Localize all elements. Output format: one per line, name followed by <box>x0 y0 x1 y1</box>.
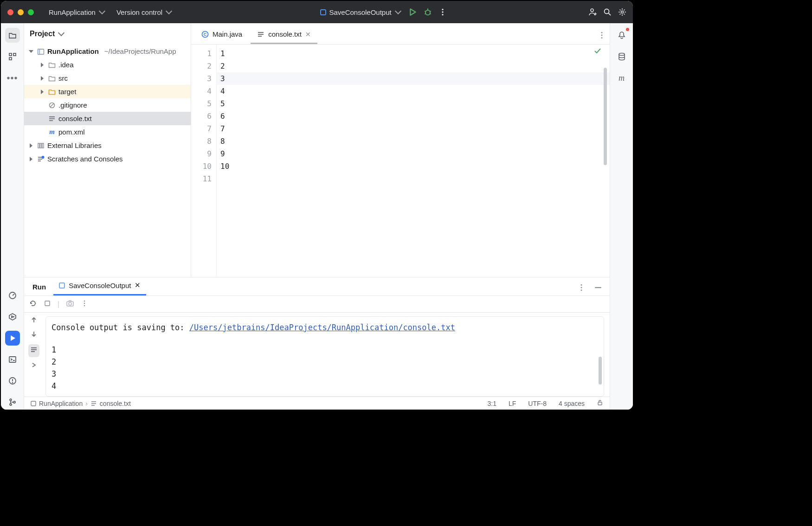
problems-tool-button[interactable] <box>5 373 20 388</box>
console-options-button[interactable] <box>81 300 88 309</box>
console-file-link[interactable]: /Users/jetbrains/IdeaProjects/RunApplica… <box>189 323 455 332</box>
database-tool-button[interactable] <box>614 49 629 64</box>
caret-position[interactable]: 3:1 <box>487 400 496 407</box>
svg-point-14 <box>621 11 624 13</box>
line-number: 3 <box>191 72 212 85</box>
console-prefix: Console output is saving to: <box>52 323 189 332</box>
line-separator[interactable]: LF <box>509 400 516 407</box>
run-options-button[interactable] <box>577 283 586 292</box>
svg-point-8 <box>442 14 443 15</box>
maven-tool-button[interactable]: m <box>614 71 629 85</box>
down-stack-button[interactable] <box>30 330 38 340</box>
editor-tab-options-button[interactable] <box>598 31 606 39</box>
svg-point-7 <box>442 11 443 13</box>
editor-scrollbar[interactable] <box>604 68 607 165</box>
run-config-dropdown[interactable]: SaveConsoleOutput <box>316 6 404 19</box>
editor-line[interactable]: 3 <box>217 72 610 85</box>
indent-settings[interactable]: 4 spaces <box>559 400 585 407</box>
more-tool-button[interactable]: ••• <box>5 71 20 85</box>
svg-point-47 <box>601 32 603 33</box>
close-tab-button[interactable]: ✕ <box>135 281 141 289</box>
project-panel-header[interactable]: Project <box>24 23 191 45</box>
run-console[interactable]: Console output is saving to: /Users/jetb… <box>45 316 604 397</box>
editor-line[interactable]: 10 <box>220 160 610 173</box>
project-tree[interactable]: RunApplication ~/IdeaProjects/RunApp .id… <box>24 45 191 277</box>
more-run-options-button[interactable] <box>438 8 447 16</box>
project-panel: Project RunApplication ~/IdeaProjects/Ru… <box>24 23 191 277</box>
structure-tool-button[interactable] <box>5 49 20 64</box>
tree-item[interactable]: .idea <box>24 58 191 71</box>
editor-tab[interactable]: console.txt✕ <box>251 26 317 44</box>
run-button[interactable] <box>409 8 417 16</box>
close-window-button[interactable] <box>7 9 13 15</box>
editor-line[interactable]: 4 <box>220 85 610 97</box>
screenshot-button[interactable] <box>66 299 74 309</box>
file-encoding[interactable]: UTF-8 <box>528 400 547 407</box>
editor-line[interactable]: 6 <box>220 110 610 122</box>
editor-content[interactable]: 12345678910 <box>217 45 610 277</box>
vcs-dropdown[interactable]: Version control <box>113 6 175 19</box>
scroll-to-end-button[interactable] <box>31 362 37 370</box>
terminal-tool-button[interactable] <box>5 352 20 367</box>
stop-button[interactable] <box>44 300 51 309</box>
services-tool-button[interactable] <box>5 309 20 324</box>
breadcrumb[interactable]: RunApplication › console.txt <box>31 400 131 407</box>
editor-line[interactable]: 8 <box>220 135 610 148</box>
search-everywhere-button[interactable] <box>603 8 612 16</box>
run-tool-window: Run SaveConsoleOutput ✕ <box>24 277 610 397</box>
editor-line[interactable]: 5 <box>220 97 610 110</box>
tree-item[interactable]: console.txt <box>24 112 191 125</box>
svg-rect-37 <box>42 143 44 148</box>
tree-item[interactable]: target <box>24 85 191 98</box>
debug-button[interactable] <box>424 8 432 16</box>
svg-point-6 <box>442 9 443 10</box>
settings-button[interactable] <box>618 8 626 16</box>
editor-line[interactable]: 9 <box>220 148 610 160</box>
editor-line[interactable] <box>220 173 610 185</box>
soft-wrap-button[interactable] <box>28 344 39 357</box>
editor-tab-bar: C Main.java console.txt✕ <box>191 23 610 45</box>
line-number: 1 <box>191 47 212 60</box>
editor-tab[interactable]: C Main.java <box>195 26 249 44</box>
run-config-tab[interactable]: SaveConsoleOutput ✕ <box>53 276 146 295</box>
close-tab-button[interactable]: ✕ <box>305 31 311 38</box>
svg-line-19 <box>13 294 14 295</box>
tree-root[interactable]: RunApplication ~/IdeaProjects/RunApp <box>24 45 191 58</box>
tree-external-libraries[interactable]: External Libraries <box>24 139 191 152</box>
editor-line[interactable]: 2 <box>220 60 610 72</box>
svg-rect-54 <box>45 301 50 306</box>
editor-line[interactable]: 1 <box>220 47 610 60</box>
hide-run-button[interactable] <box>594 283 602 292</box>
project-tool-button[interactable] <box>5 28 20 43</box>
svg-point-56 <box>69 302 71 305</box>
chevron-down-icon <box>166 8 172 14</box>
git-tool-button[interactable] <box>5 395 20 410</box>
svg-point-9 <box>591 9 593 12</box>
svg-point-27 <box>13 401 15 403</box>
tree-scratches[interactable]: Scratches and Consoles <box>24 152 191 166</box>
minimize-window-button[interactable] <box>18 9 24 15</box>
editor-line[interactable]: 7 <box>220 122 610 135</box>
readonly-toggle[interactable] <box>597 399 603 407</box>
tree-item[interactable]: .gitignore <box>24 98 191 112</box>
gauge-tool-button[interactable] <box>5 288 20 303</box>
console-output-line: 1 <box>52 344 598 356</box>
svg-point-51 <box>581 287 582 289</box>
console-scrollbar[interactable] <box>599 357 602 385</box>
run-toolbar: | <box>24 296 610 313</box>
chevron-down-icon <box>58 30 64 36</box>
inspection-ok-icon[interactable] <box>594 47 601 57</box>
up-stack-button[interactable] <box>30 316 38 326</box>
code-with-me-button[interactable] <box>588 8 597 16</box>
maximize-window-button[interactable] <box>28 9 34 15</box>
run-tool-button[interactable] <box>5 331 20 346</box>
run-config-icon <box>320 9 326 15</box>
tree-item[interactable]: m pom.xml <box>24 125 191 139</box>
rerun-button[interactable] <box>29 299 37 309</box>
console-line: Console output is saving to: /Users/jetb… <box>52 321 598 334</box>
editor[interactable]: 1234567891011 12345678910 <box>191 45 610 277</box>
project-dropdown[interactable]: RunApplication <box>45 6 108 19</box>
status-bar: RunApplication › console.txt 3:1 LF UTF-… <box>24 397 610 410</box>
notifications-button[interactable] <box>614 28 629 43</box>
tree-item[interactable]: src <box>24 71 191 85</box>
